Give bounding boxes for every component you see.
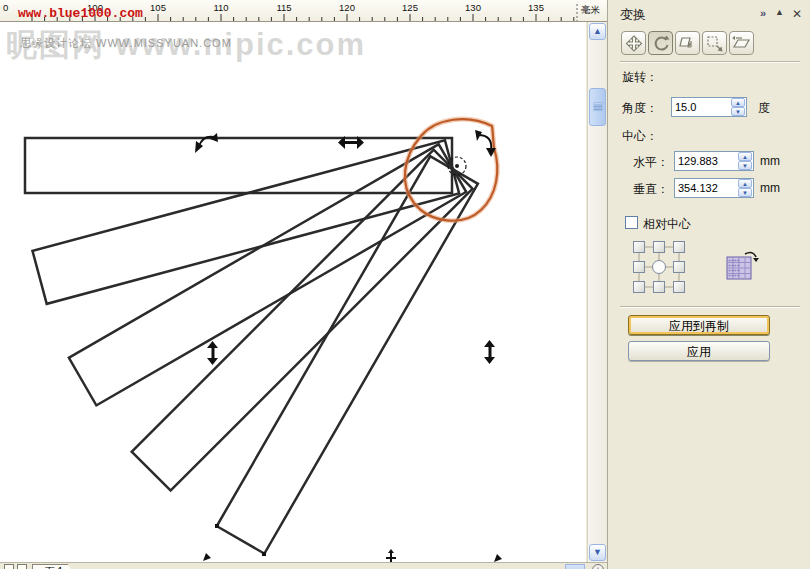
vertical-label: 垂直： — [633, 181, 669, 198]
size-mode-button[interactable] — [702, 31, 727, 55]
vertical-unit-label: mm — [760, 181, 780, 195]
angle-unit-label: 度 — [758, 100, 770, 117]
node-handle[interactable] — [262, 552, 266, 556]
size-icon — [704, 33, 726, 54]
angle-spinner[interactable]: ▲ ▼ — [731, 98, 745, 116]
apply-to-duplicate-button[interactable]: 应用到再制 — [628, 315, 770, 335]
cursor-arrowhead — [203, 553, 211, 561]
add-page-icon[interactable] — [17, 564, 27, 569]
svg-text:110: 110 — [213, 2, 228, 13]
node-handle[interactable] — [215, 524, 219, 528]
move-cross-icon — [623, 33, 645, 54]
horizontal-spinner[interactable]: ▲ ▼ — [738, 152, 752, 170]
svg-text:115: 115 — [276, 2, 291, 13]
relative-center-label: 相对中心 — [643, 216, 691, 233]
fan-blade[interactable] — [32, 140, 459, 304]
anchor-middle-right[interactable] — [673, 261, 685, 273]
spin-up-icon[interactable]: ▲ — [738, 152, 752, 161]
vertical-scrollbar[interactable]: ▲ ▼ — [587, 22, 606, 562]
position-mode-button[interactable] — [621, 31, 646, 55]
watermark-blue1000: www.blue1000.com — [18, 6, 143, 21]
svg-text:0: 0 — [3, 2, 8, 13]
relative-center-checkbox[interactable] — [625, 216, 638, 229]
horizontal-unit-label: mm — [760, 154, 780, 168]
anchor-top-right[interactable] — [673, 241, 685, 253]
anchor-top-left[interactable] — [633, 241, 645, 253]
anchor-bottom-center[interactable] — [653, 281, 665, 293]
rotate-handle-icon[interactable] — [195, 133, 218, 153]
spin-down-icon[interactable]: ▼ — [738, 188, 752, 197]
apply-button[interactable]: 应用 — [628, 341, 770, 361]
rotate-icon — [650, 33, 672, 54]
docker-title: 变换 — [620, 6, 646, 24]
scroll-thumb[interactable] — [589, 88, 606, 126]
horizontal-label: 水平： — [633, 154, 669, 171]
svg-text:毫米: 毫米 — [581, 4, 601, 15]
scale-mirror-mode-button[interactable] — [675, 31, 700, 55]
angle-label: 角度： — [622, 100, 658, 117]
vertical-arrow-handle-icon-right[interactable] — [484, 340, 495, 364]
rotation-mode-button[interactable] — [648, 31, 673, 55]
page-nav-icon[interactable] — [4, 564, 14, 569]
drawing-canvas[interactable]: www.blue1000.com — [0, 22, 586, 562]
skew-mode-button[interactable] — [729, 31, 754, 55]
spin-down-icon[interactable]: ▼ — [731, 107, 745, 116]
collapse-icon[interactable]: ▲ — [775, 7, 784, 17]
divider — [620, 61, 800, 63]
anchor-middle-left[interactable] — [633, 261, 645, 273]
anchor-point-grid — [632, 240, 687, 295]
watermark-missyuan: 思缘设计论坛 WWW.MISSYUAN.COM — [20, 36, 232, 51]
rotate-duplicate-icon: ++++++++++++++++ — [725, 249, 759, 281]
fan-blade[interactable] — [132, 150, 473, 491]
flyout-chevrons-icon[interactable]: » — [760, 7, 766, 19]
anchor-bottom-right[interactable] — [673, 281, 685, 293]
vertical-spinner[interactable]: ▲ ▼ — [738, 179, 752, 197]
anchor-bottom-left[interactable] — [633, 281, 645, 293]
transform-docker: 变换 » ▲ ✕ — [607, 0, 810, 569]
page-navigation-bar: 页 1 + — [0, 562, 607, 569]
move-handle-icon[interactable] — [386, 549, 396, 562]
fan-blade[interactable] — [25, 138, 452, 193]
svg-text:130: 130 — [465, 2, 481, 13]
divider — [620, 306, 800, 308]
anchor-center[interactable] — [652, 260, 666, 274]
skew-icon — [731, 33, 753, 54]
scroll-up-button[interactable]: ▲ — [589, 23, 606, 40]
svg-text:++++: ++++ — [728, 272, 740, 278]
anchor-top-center[interactable] — [653, 241, 665, 253]
docker-titlebar: 变换 » ▲ ✕ — [610, 4, 808, 24]
close-icon[interactable]: ✕ — [792, 7, 802, 21]
svg-text:135: 135 — [528, 2, 544, 13]
spin-up-icon[interactable]: ▲ — [731, 98, 745, 107]
horizontal-scroll-thumb[interactable] — [565, 564, 585, 569]
svg-text:105: 105 — [150, 2, 166, 13]
zoom-corner-icon[interactable]: + — [592, 564, 604, 569]
vertical-arrow-handle-icon-left[interactable] — [207, 341, 218, 365]
svg-text:125: 125 — [402, 2, 418, 13]
spin-up-icon[interactable]: ▲ — [738, 179, 752, 188]
spin-down-icon[interactable]: ▼ — [738, 161, 752, 170]
center-section-label: 中心： — [622, 128, 658, 145]
drawing-window: 1001051101151201251301350毫米 — [0, 0, 607, 569]
page-tab[interactable]: 页 1 — [32, 564, 76, 569]
scale-mirror-icon — [677, 33, 699, 54]
fan-blade[interactable] — [217, 156, 478, 553]
rotation-section-label: 旋转： — [622, 69, 658, 86]
scroll-down-button[interactable]: ▼ — [589, 544, 606, 561]
svg-text:120: 120 — [339, 2, 355, 13]
cursor-arrowhead — [494, 554, 502, 562]
